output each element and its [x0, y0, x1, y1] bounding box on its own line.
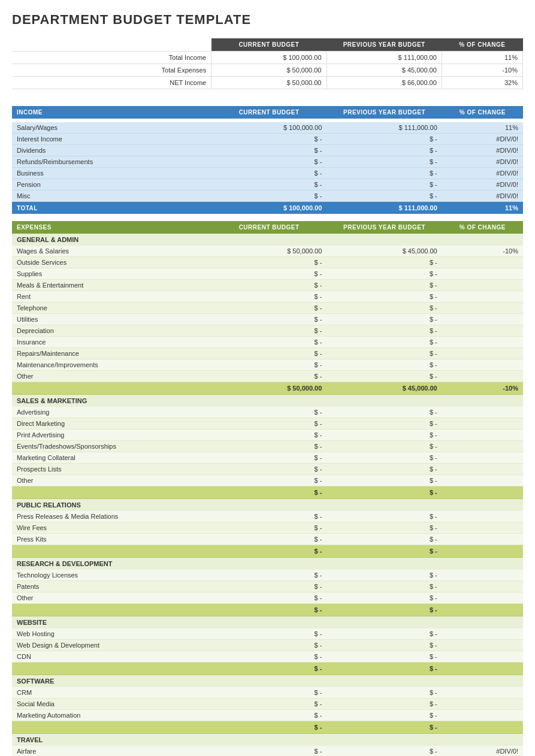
expense-row: Social Media $ - $ - — [12, 698, 523, 710]
expense-row: Outside Services $ - $ - — [12, 257, 523, 268]
expense-row: Marketing Collateral $ - $ - — [12, 452, 523, 464]
income-header-previous: PREVIOUS YEAR BUDGET — [327, 106, 442, 119]
income-total-change: 11% — [442, 202, 523, 214]
expense-row: Wire Fees $ - $ - — [12, 522, 523, 534]
expense-row: Technology Licenses $ - $ - — [12, 570, 523, 581]
expense-row: Prospects Lists $ - $ - — [12, 464, 523, 475]
summary-row: NET Income $ 50,000.00 $ 66,000.00 32% — [12, 77, 523, 89]
expense-row: Maintenance/Improvements $ - $ - — [12, 359, 523, 371]
expense-row: Repairs/Maintenance $ - $ - — [12, 348, 523, 359]
summary-row: Total Expenses $ 50,000.00 $ 45,000.00 -… — [12, 64, 523, 77]
expense-row: Web Design & Development $ - $ - — [12, 640, 523, 651]
expense-row: Other $ - $ - — [12, 475, 523, 486]
income-row: Refunds/Reimbursements $ - $ - #DIV/0! — [12, 156, 523, 168]
subsection-header: WEBSITE — [12, 616, 523, 629]
expense-row: Other $ - $ - — [12, 592, 523, 604]
subtotal-row: $ - $ - — [12, 721, 523, 734]
expenses-header-previous: PREVIOUS YEAR BUDGET — [327, 221, 442, 234]
expense-row: Meals & Entertainment $ - $ - — [12, 280, 523, 291]
summary-table: CURRENT BUDGET PREVIOUS YEAR BUDGET % OF… — [12, 38, 523, 89]
income-header-change: % OF CHANGE — [442, 106, 523, 119]
subsection-header: PUBLIC RELATIONS — [12, 499, 523, 512]
expense-row: Press Releases & Media Relations $ - $ - — [12, 511, 523, 522]
income-total-label: TOTAL — [12, 202, 211, 214]
expense-row: CRM $ - $ - — [12, 687, 523, 698]
expense-row: CDN $ - $ - — [12, 651, 523, 663]
expense-row: Print Advertising $ - $ - — [12, 430, 523, 441]
summary-header-change: % OF CHANGE — [442, 38, 522, 52]
expense-row: Events/Tradeshows/Sponsorships $ - $ - — [12, 441, 523, 452]
expense-row: Other $ - $ - — [12, 371, 523, 382]
expense-row: Advertising $ - $ - — [12, 407, 523, 418]
expense-row: Wages & Salaries $ 50,000.00 $ 45,000.00… — [12, 246, 523, 257]
subsection-header: RESEARCH & DEVELOPMENT — [12, 558, 523, 570]
expense-row: Telephone $ - $ - — [12, 303, 523, 314]
subtotal-row: $ - $ - — [12, 486, 523, 499]
expense-row: Utilities $ - $ - — [12, 314, 523, 325]
income-row: Misc $ - $ - #DIV/0! — [12, 190, 523, 202]
expense-row: Web Hosting $ - $ - — [12, 628, 523, 640]
summary-row: Total Income $ 100,000.00 $ 111,000.00 1… — [12, 52, 523, 64]
income-row: Salary/Wages $ 100,000.00 $ 111,000.00 1… — [12, 122, 523, 134]
expense-row: Marketing Automation $ - $ - — [12, 710, 523, 721]
income-section-label: INCOME — [12, 106, 211, 119]
expense-row: Direct Marketing $ - $ - — [12, 418, 523, 430]
expenses-section-label: EXPENSES — [12, 221, 211, 234]
subsection-header: SOFTWARE — [12, 675, 523, 688]
subtotal-row: $ 50,000.00 $ 45,000.00 -10% — [12, 382, 523, 395]
expense-row: Patents $ - $ - — [12, 581, 523, 592]
income-row: Business $ - $ - #DIV/0! — [12, 168, 523, 179]
expense-row: Rent $ - $ - — [12, 291, 523, 303]
expense-row: Insurance $ - $ - — [12, 337, 523, 348]
expense-row: Airfare $ - $ - #DIV/0! — [12, 746, 523, 756]
page-title: DEPARTMENT BUDGET TEMPLATE — [12, 12, 523, 28]
subsection-header: GENERAL & ADMIN — [12, 234, 523, 246]
income-table: INCOME CURRENT BUDGET PREVIOUS YEAR BUDG… — [12, 106, 523, 214]
income-row: Dividends $ - $ - #DIV/0! — [12, 145, 523, 156]
expense-row: Press Kits $ - $ - — [12, 534, 523, 545]
subsection-header: TRAVEL — [12, 734, 523, 746]
summary-header-previous: PREVIOUS YEAR BUDGET — [327, 38, 442, 52]
subtotal-row: $ - $ - — [12, 545, 523, 558]
expense-row: Depreciation $ - $ - — [12, 325, 523, 337]
summary-header-current: CURRENT BUDGET — [211, 38, 327, 52]
income-total-previous: $ 111,000.00 — [327, 202, 442, 214]
subsection-header: SALES & MARKETING — [12, 395, 523, 407]
income-row: Pension $ - $ - #DIV/0! — [12, 179, 523, 190]
income-total-current: $ 100,000.00 — [211, 202, 327, 214]
expenses-header-change: % OF CHANGE — [442, 221, 523, 234]
subtotal-row: $ - $ - — [12, 663, 523, 675]
subtotal-row: $ - $ - — [12, 604, 523, 616]
expenses-table: EXPENSES CURRENT BUDGET PREVIOUS YEAR BU… — [12, 221, 523, 756]
income-header-current: CURRENT BUDGET — [211, 106, 327, 119]
income-row: Interest Income $ - $ - #DIV/0! — [12, 134, 523, 145]
expense-row: Supplies $ - $ - — [12, 268, 523, 280]
expenses-header-current: CURRENT BUDGET — [211, 221, 327, 234]
